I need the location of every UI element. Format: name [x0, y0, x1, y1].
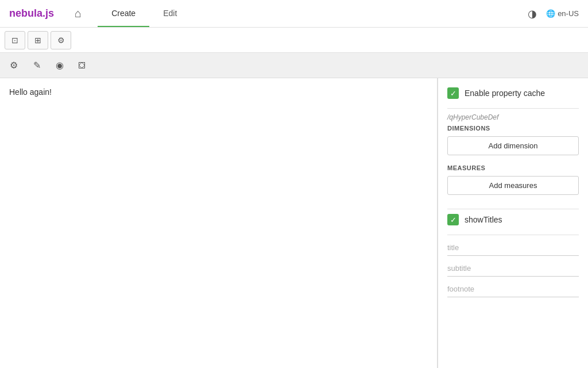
home-icon[interactable]: ⌂ — [72, 5, 84, 22]
select-region-btn[interactable]: ⊡ — [5, 31, 25, 49]
title-row — [447, 240, 579, 256]
nav-right: ◑ 🌐 en-US — [528, 7, 579, 20]
add-measures-button[interactable]: Add measures — [447, 176, 579, 195]
lang-label: en-US — [558, 9, 579, 18]
divider-1 — [447, 108, 579, 109]
top-nav: nebula.js ⌂ Create Edit ◑ 🌐 en-US — [0, 0, 588, 28]
title-field[interactable] — [447, 240, 579, 256]
lang-selector[interactable]: 🌐 en-US — [546, 9, 579, 18]
subtitle-field[interactable] — [447, 260, 579, 277]
dimensions-header: DIMENSIONS — [447, 125, 579, 132]
canvas-content: Hello again! — [9, 87, 428, 97]
settings-btn[interactable]: ⚙ — [5, 56, 23, 75]
add-dimension-button[interactable]: Add dimension — [447, 136, 579, 155]
nav-tabs: Create Edit — [98, 1, 514, 27]
show-titles-checkbox[interactable]: ✓ — [447, 214, 459, 225]
logo: nebula.js — [9, 7, 54, 20]
measures-header: MEASURES — [447, 164, 579, 171]
canvas-area: Hello again! — [0, 78, 438, 368]
toolbar-row1: ⊡ ⊞ ⚙ — [0, 28, 588, 53]
section-path: /qHyperCubeDef — [447, 113, 579, 121]
footnote-field[interactable] — [447, 281, 579, 297]
select-settings-btn[interactable]: ⚙ — [51, 31, 71, 49]
image-btn[interactable]: ⛋ — [74, 56, 92, 75]
snapshot-btn[interactable]: ◉ — [51, 56, 69, 75]
select-extend-btn[interactable]: ⊞ — [28, 31, 48, 49]
enable-property-cache-row: ✓ Enable property cache — [447, 87, 579, 99]
theme-toggle-icon[interactable]: ◑ — [528, 7, 537, 20]
show-titles-label: showTitles — [465, 215, 502, 224]
toolbar-row2: ⚙ ✎ ◉ ⛋ — [0, 53, 588, 78]
main-layout: Hello again! ✓ Enable property cache /qH… — [0, 78, 588, 368]
enable-property-cache-label: Enable property cache — [465, 89, 545, 98]
enable-property-cache-checkbox[interactable]: ✓ — [447, 87, 459, 99]
globe-icon: 🌐 — [546, 9, 555, 18]
divider-2 — [447, 209, 579, 209]
show-titles-row: ✓ showTitles — [447, 214, 579, 225]
divider-3 — [447, 235, 579, 235]
edit-btn[interactable]: ✎ — [28, 56, 46, 75]
footnote-row — [447, 281, 579, 297]
right-panel: ✓ Enable property cache /qHyperCubeDef D… — [438, 78, 588, 368]
subtitle-row — [447, 260, 579, 277]
tab-edit[interactable]: Edit — [149, 1, 191, 27]
tab-create[interactable]: Create — [98, 1, 149, 27]
